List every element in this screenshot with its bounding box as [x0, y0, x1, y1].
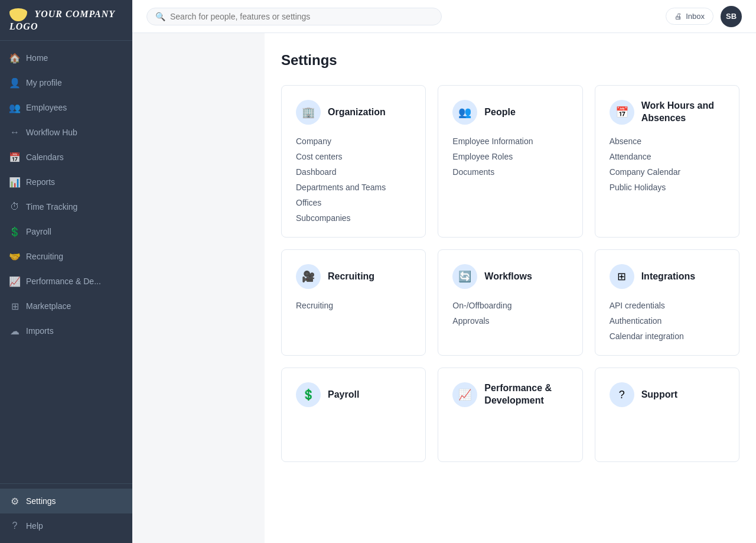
settings-grid: 🏢 Organization Company Cost centers Dash… — [281, 85, 739, 462]
logo: YOUR COMPANY LOGO — [0, 0, 132, 41]
link-documents[interactable]: Documents — [452, 167, 568, 177]
card-icon-work-hours: 📅 — [610, 100, 634, 125]
sidebar-item-home[interactable]: 🏠 Home — [0, 45, 132, 70]
link-recruiting[interactable]: Recruiting — [296, 301, 411, 310]
sidebar-item-reports[interactable]: 📊 Reports — [0, 170, 132, 194]
card-title-workflows: Workflows — [484, 271, 532, 283]
marketplace-icon: ⊞ — [9, 301, 20, 311]
card-work-hours: 📅 Work Hours and Absences Absence Attend… — [595, 85, 739, 238]
sidebar-item-recruiting[interactable]: 🤝 Recruiting — [0, 244, 132, 269]
link-departments-and-teams[interactable]: Departments and Teams — [296, 183, 411, 192]
main-content: Settings 🏢 Organization Company Cost cen… — [265, 33, 756, 543]
workflow-hub-icon: ↔ — [9, 127, 20, 138]
sidebar-label-time-tracking: Time Tracking — [26, 202, 77, 212]
card-support: ? Support — [595, 368, 739, 462]
card-icon-people: 👥 — [452, 100, 477, 125]
card-recruiting: 🎥 Recruiting Recruiting — [281, 249, 426, 356]
card-title-support: Support — [641, 389, 677, 401]
header: 🔍 🖨 Inbox SB — [132, 0, 756, 33]
card-links-integrations: API credentials Authentication Calendar … — [610, 301, 725, 341]
card-title-organization: Organization — [328, 106, 386, 119]
payroll-icon: 💲 — [9, 226, 20, 237]
link-absence[interactable]: Absence — [610, 136, 725, 146]
card-title-performance-dev: Performance & Development — [484, 382, 568, 407]
card-integrations: ⊞ Integrations API credentials Authentic… — [595, 249, 739, 356]
card-links-recruiting: Recruiting — [296, 301, 411, 310]
sidebar-item-time-tracking[interactable]: ⏱ Time Tracking — [0, 194, 132, 219]
sidebar-label-imports: Imports — [26, 326, 54, 336]
link-public-holidays[interactable]: Public Holidays — [610, 183, 725, 192]
link-company[interactable]: Company — [296, 136, 411, 146]
card-icon-integrations: ⊞ — [610, 264, 634, 289]
imports-icon: ☁ — [9, 326, 20, 336]
card-header-performance-dev: 📈 Performance & Development — [452, 382, 568, 407]
link-offices[interactable]: Offices — [296, 198, 411, 207]
time-tracking-icon: ⏱ — [9, 201, 20, 212]
link-employee-roles[interactable]: Employee Roles — [452, 152, 568, 161]
card-links-workflows: On-/Offboarding Approvals — [452, 301, 568, 326]
card-icon-support: ? — [610, 382, 634, 407]
card-links-organization: Company Cost centers Dashboard Departmen… — [296, 136, 411, 223]
card-payroll: 💲 Payroll — [281, 368, 426, 462]
sidebar-label-performance: Performance & De... — [26, 277, 101, 286]
card-title-recruiting: Recruiting — [328, 271, 374, 283]
card-people: 👥 People Employee Information Employee R… — [438, 85, 582, 238]
help-icon: ? — [9, 521, 20, 531]
card-header-recruiting: 🎥 Recruiting — [296, 264, 411, 289]
sidebar-label-payroll: Payroll — [26, 227, 51, 236]
link-cost-centers[interactable]: Cost centers — [296, 152, 411, 161]
card-header-work-hours: 📅 Work Hours and Absences — [610, 100, 725, 125]
sidebar-label-settings: Settings — [26, 496, 56, 506]
employees-icon: 👥 — [9, 102, 20, 113]
sidebar: YOUR COMPANY LOGO 🏠 Home 👤 My profile 👥 … — [0, 0, 132, 543]
link-approvals[interactable]: Approvals — [452, 316, 568, 326]
sidebar-item-workflow-hub[interactable]: ↔ Workflow Hub — [0, 120, 132, 145]
link-subcompanies[interactable]: Subcompanies — [296, 213, 411, 223]
link-api-credentials[interactable]: API credentials — [610, 301, 725, 310]
card-header-workflows: 🔄 Workflows — [452, 264, 568, 289]
inbox-button[interactable]: 🖨 Inbox — [666, 8, 713, 25]
link-employee-information[interactable]: Employee Information — [452, 136, 568, 146]
sidebar-item-settings[interactable]: ⚙ Settings — [0, 489, 132, 513]
sidebar-label-home: Home — [26, 53, 48, 63]
card-links-work-hours: Absence Attendance Company Calendar Publ… — [610, 136, 725, 192]
link-dashboard[interactable]: Dashboard — [296, 167, 411, 177]
sidebar-item-help[interactable]: ? Help — [0, 513, 132, 538]
card-icon-organization: 🏢 — [296, 100, 321, 125]
card-title-people: People — [484, 106, 515, 119]
sidebar-item-my-profile[interactable]: 👤 My profile — [0, 70, 132, 95]
header-right: 🖨 Inbox SB — [666, 6, 742, 27]
card-icon-recruiting: 🎥 — [296, 264, 321, 289]
card-header-integrations: ⊞ Integrations — [610, 264, 725, 289]
link-on-offboarding[interactable]: On-/Offboarding — [452, 301, 568, 310]
search-icon: 🔍 — [155, 12, 165, 21]
sidebar-nav: 🏠 Home 👤 My profile 👥 Employees ↔ Workfl… — [0, 41, 132, 483]
link-authentication[interactable]: Authentication — [610, 316, 725, 326]
card-icon-performance-dev: 📈 — [452, 382, 477, 407]
logo-icon — [9, 8, 27, 21]
sidebar-label-calendars: Calendars — [26, 152, 64, 162]
card-icon-workflows: 🔄 — [452, 264, 477, 289]
inbox-icon: 🖨 — [674, 12, 682, 21]
sidebar-item-marketplace[interactable]: ⊞ Marketplace — [0, 294, 132, 318]
card-performance-dev: 📈 Performance & Development — [438, 368, 582, 462]
search-input[interactable] — [170, 12, 433, 21]
link-company-calendar[interactable]: Company Calendar — [610, 167, 725, 177]
sidebar-item-employees[interactable]: 👥 Employees — [0, 95, 132, 120]
sidebar-item-imports[interactable]: ☁ Imports — [0, 318, 132, 343]
card-links-people: Employee Information Employee Roles Docu… — [452, 136, 568, 177]
sidebar-item-payroll[interactable]: 💲 Payroll — [0, 219, 132, 244]
recruiting-icon: 🤝 — [9, 251, 20, 262]
link-attendance[interactable]: Attendance — [610, 152, 725, 161]
settings-icon: ⚙ — [9, 496, 20, 506]
sidebar-item-calendars[interactable]: 📅 Calendars — [0, 145, 132, 170]
my-profile-icon: 👤 — [9, 77, 20, 88]
card-header-payroll: 💲 Payroll — [296, 382, 411, 407]
sidebar-label-employees: Employees — [26, 103, 67, 112]
avatar[interactable]: SB — [721, 6, 742, 27]
link-calendar-integration[interactable]: Calendar integration — [610, 331, 725, 341]
sidebar-item-performance[interactable]: 📈 Performance & De... — [0, 269, 132, 294]
card-workflows: 🔄 Workflows On-/Offboarding Approvals — [438, 249, 582, 356]
card-title-payroll: Payroll — [328, 389, 359, 401]
search-bar[interactable]: 🔍 — [146, 8, 442, 25]
